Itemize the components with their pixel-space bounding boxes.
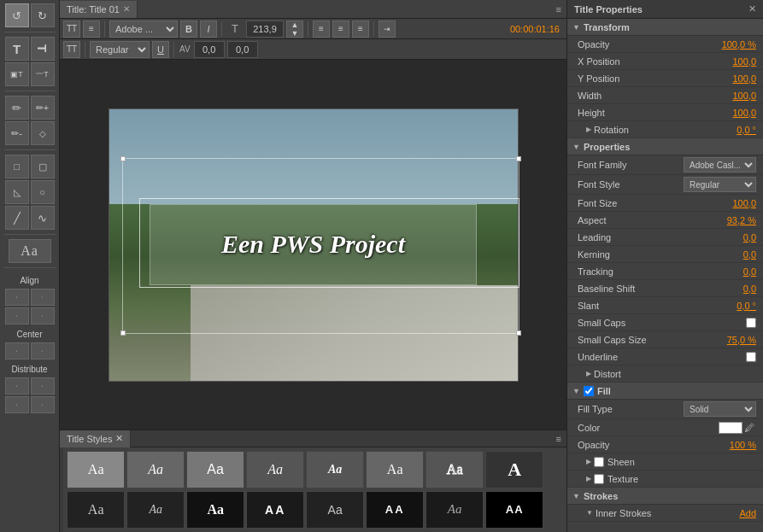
font-style-select[interactable]: Regular [90,41,150,58]
handle-tr[interactable] [516,156,521,161]
track-input[interactable] [227,41,258,58]
texture-checkbox[interactable] [594,474,604,484]
color-swatch[interactable] [719,422,742,434]
style-item-6[interactable]: Aa [366,451,424,488]
type-sample-btn[interactable]: Aa [9,239,51,263]
pen-add-tool[interactable]: ✏+ [31,96,55,120]
handle-bl[interactable] [120,330,126,336]
aspect-value[interactable]: 93,2 % [727,215,756,225]
handle-tl[interactable] [120,156,126,161]
underline-btn[interactable]: U [152,41,169,58]
baseline-shift-value[interactable]: 0,0 [743,284,756,294]
rounded-rect-tool[interactable]: ▢ [31,155,55,178]
style-item-4[interactable]: Aa [246,451,304,488]
style-item-12[interactable]: AA [246,491,304,529]
bold-btn[interactable]: B [180,20,197,38]
underline-checkbox[interactable] [746,352,756,362]
style-item-5[interactable]: Aa [306,451,364,488]
style-item-7[interactable]: Aa [426,451,484,488]
slant-value[interactable]: 0,0 ° [737,301,756,311]
align-left-btn[interactable]: ⬝ [5,289,29,306]
style-item-14[interactable]: AA [366,491,424,529]
style-item-10[interactable]: Aa [126,491,185,529]
small-caps-checkbox[interactable] [746,318,756,328]
font-size-value[interactable]: 100,0 [732,198,756,208]
color-eyedropper-btn[interactable]: 🖉 [742,422,756,434]
distrib-top-btn[interactable]: ⬝ [5,396,29,413]
title-panel-menu[interactable]: ≡ [551,4,566,15]
properties-section-header[interactable]: ▼ Properties [567,138,763,155]
center-h-btn[interactable]: ⬝ [5,342,29,360]
title-template-btn[interactable]: TT [63,41,80,58]
kerning-value[interactable]: 0,0 [743,249,756,260]
style-item-3[interactable]: Aa [186,451,244,488]
pen-del-tool[interactable]: ✏- [5,121,29,145]
style-item-8[interactable]: A [485,451,543,488]
style-item-15[interactable]: Aa [426,491,484,529]
ellipse-tool[interactable]: ○ [31,180,55,204]
font-style-prop-select[interactable]: Regular [684,177,756,192]
height-value[interactable]: 100,0 [732,108,756,118]
font-family-select[interactable]: Adobe ... [109,20,178,38]
distrib-h-btn[interactable]: ⬝ [5,377,29,395]
align-right-text-btn[interactable]: ≡ [352,20,369,38]
line-tool[interactable]: ╱ [5,206,29,230]
handle-br[interactable] [516,330,521,336]
title-tab[interactable]: Title: Title 01 ✕ [60,1,138,18]
vertical-text-tool[interactable]: T [31,37,55,61]
font-size-up-btn[interactable]: ▲▼ [286,20,303,38]
canvas-area[interactable]: Een PWS Project [60,60,566,430]
title-styles-close[interactable]: ✕ [115,433,123,444]
transform-section-header[interactable]: ▼ Transform [567,19,763,36]
wedge-tool[interactable]: ◺ [5,180,29,204]
fill-type-select[interactable]: Solid [684,401,756,417]
undo-btn[interactable]: ↺ [5,3,29,27]
title-layout-btn[interactable]: ≡ [83,20,100,38]
panel-menu-btn[interactable]: ✕ [748,3,756,15]
style-item-16[interactable]: AA [485,491,543,529]
font-family-prop-select[interactable]: Adobe Casl... [684,157,756,172]
anchor-tool[interactable]: ◇ [31,121,55,145]
title-text-container[interactable]: Een PWS Project [150,204,476,285]
rotation-value[interactable]: 0,0 ° [737,125,756,135]
strokes-section-header[interactable]: ▼ Strokes [567,488,763,505]
align-top-btn[interactable]: ⬝ [5,307,29,324]
leading-value[interactable]: 0,0 [743,232,756,243]
fill-section-header[interactable]: ▼ Fill [567,383,763,400]
curve-tool[interactable]: ∿ [31,206,55,230]
style-item-11[interactable]: Aa [186,491,244,529]
title-tab-close[interactable]: ✕ [123,4,130,14]
redo-btn[interactable]: ↻ [31,3,55,27]
title-styles-tab[interactable]: Title Styles ✕ [60,430,131,447]
style-item-9[interactable]: Aa [67,491,125,529]
distrib-bottom-btn[interactable]: ⬝ [31,396,55,413]
font-size-input[interactable] [246,20,284,38]
y-position-value[interactable]: 100,0 [732,73,756,84]
align-left-text-btn[interactable]: ≡ [313,20,330,38]
fill-enable-checkbox[interactable] [584,386,594,396]
kern-input[interactable] [194,41,225,58]
title-type-btn[interactable]: TT [63,20,80,38]
path-text-tool[interactable]: 〰T [31,62,55,86]
pen-tool[interactable]: ✏ [5,96,29,120]
style-item-2[interactable]: Aa [126,451,185,488]
sheen-checkbox[interactable] [594,457,604,467]
tracking-value[interactable]: 0,0 [743,266,756,277]
style-item-13[interactable]: Aa [306,491,364,529]
add-stroke-btn[interactable]: Add [739,508,756,518]
align-center-text-btn[interactable]: ≡ [332,20,349,38]
title-styles-menu[interactable]: ≡ [551,434,566,444]
x-position-value[interactable]: 100,0 [732,56,756,67]
select-text-tool[interactable]: T [5,37,29,61]
italic-btn[interactable]: I [200,20,217,38]
style-item-1[interactable]: Aa [67,451,125,488]
fill-opacity-value[interactable]: 100 % [730,440,756,450]
tab-stops-btn[interactable]: ⇥ [379,20,396,38]
small-caps-size-value[interactable]: 75,0 % [727,335,756,345]
width-value[interactable]: 100,0 [732,91,756,101]
rect-tool[interactable]: □ [5,155,29,178]
distrib-v-btn[interactable]: ⬝ [31,377,55,395]
opacity-value[interactable]: 100,0 % [722,39,756,50]
center-v-btn[interactable]: ⬝ [31,342,55,360]
align-center-h-btn[interactable]: ⬝ [31,289,55,306]
